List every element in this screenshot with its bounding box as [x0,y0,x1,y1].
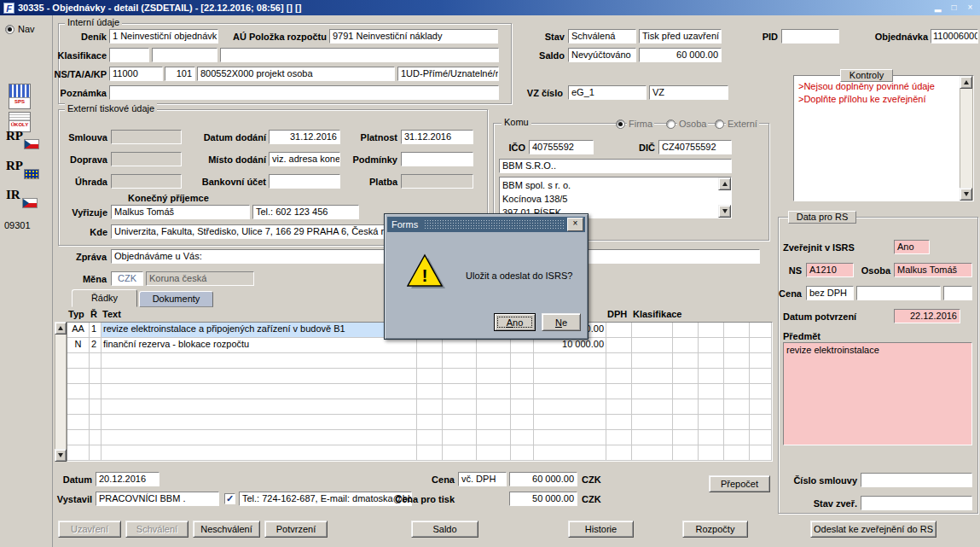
rs-cena-mode-field[interactable]: bez DPH [806,286,854,300]
platba-field[interactable] [401,174,473,189]
table-cell [750,323,772,338]
vz-field-2[interactable]: VZ [649,85,728,100]
poznamka-field[interactable] [109,85,499,100]
ir-cz-icon[interactable]: IR [6,188,43,212]
stav-field[interactable]: Schválená [568,29,636,44]
ns-field-2[interactable]: 101 [165,67,195,81]
stav-zver-field[interactable] [861,496,972,510]
window-titlebar[interactable]: F 30335 - Objednávky - detail (ZSDETAIL)… [0,0,980,15]
firma-radio[interactable] [616,119,625,129]
klasifikace-field-3[interactable] [220,48,499,62]
uhrada-field[interactable] [111,174,182,189]
dialog-titlebar[interactable]: Forms × [387,217,585,232]
rp-eu-icon[interactable]: RP [6,159,43,183]
saldo-status-field[interactable]: Nevyúčtováno [568,48,636,62]
externi-radio[interactable] [715,119,724,129]
pid-field[interactable] [781,29,839,44]
column-header: Text [101,307,416,322]
saldo-button[interactable]: Saldo [411,521,478,538]
potvrzeni-button[interactable]: Potvrzení [264,521,328,538]
table-row[interactable] [67,353,772,369]
dic-field[interactable]: CZ40755592 [658,140,732,154]
table-row[interactable] [67,415,772,430]
komu-name-field[interactable]: BBM S.R.O.. [499,159,732,173]
datum-potvrzeni-field[interactable]: 22.12.2016 [894,309,960,323]
uzavreni-button[interactable]: Uzavření [58,521,121,538]
osoba-radio[interactable] [666,119,676,129]
rs-ns-field[interactable]: A1210 [806,263,854,277]
dialog-ano-button[interactable]: Ano [494,313,536,331]
au-field[interactable]: 9791 Neinvestiční náklady [329,29,498,44]
tab-dokumenty[interactable]: Dokumenty [139,291,213,307]
bankovni-ucet-field[interactable] [269,174,340,189]
vystavil-field[interactable]: PRACOVNÍCI BBM . [96,492,219,506]
misto-dodani-field[interactable]: viz. adresa kone [269,152,340,166]
dialog-close-icon[interactable]: × [567,218,583,231]
scroll-up-icon[interactable] [718,177,731,190]
table-row[interactable] [67,445,772,461]
objednavka-field[interactable]: 1100060003 [931,29,978,44]
platnost-field[interactable]: 31.12.2016 [401,130,473,144]
table-row[interactable] [67,384,772,399]
doprava-field[interactable] [111,152,182,166]
vyrizuje-field[interactable]: Malkus Tomáš [111,205,250,219]
scroll-down-icon[interactable] [718,205,731,218]
rp-cz-icon[interactable]: RP [6,129,43,153]
table-row[interactable] [67,399,772,415]
table-row[interactable] [67,369,772,384]
scroll-down-icon[interactable] [960,188,972,201]
vyrizuje-tel-field[interactable]: Tel.: 602 123 456 [252,205,359,219]
contact-checkbox[interactable]: ✓ [224,493,235,504]
schvaleni-button[interactable]: Schválení [125,521,188,538]
denik-label: Deník [60,32,107,42]
neschvaleni-button[interactable]: Neschválení [193,521,260,538]
klasifikace-field-1[interactable] [109,48,149,62]
cena-value-field[interactable]: 60 000.00 [509,472,577,486]
close-icon[interactable]: × [964,3,977,14]
rs-osoba-field[interactable]: Malkus Tomáš [894,263,972,277]
predmet-field[interactable]: revize elektroinstalace [783,342,972,445]
ns-field-4[interactable]: 1UD-Přímé/Uznatelné/r [397,67,499,81]
tisk-stav-field[interactable]: Tisk před uzavření [639,29,722,44]
vz-cislo-field[interactable]: eG_1 [568,85,647,100]
cena-mode-field[interactable]: vč. DPH [458,472,507,486]
minimize-icon[interactable]: ▂ [931,3,944,14]
table-row[interactable]: N2finanční rezerva - blokace rozpočtu10 … [67,338,772,353]
datum-dodani-field[interactable]: 31.12.2016 [269,130,340,144]
prepocet-button[interactable]: Přepočet [709,475,770,492]
cena-tisk-field[interactable]: 50 000.00 [509,492,577,506]
line-table[interactable]: AA1revize elektroinstalace a připojených… [67,322,773,462]
table-cell [477,369,511,384]
dialog-ne-button[interactable]: Ne [542,313,581,331]
cislo-smlouvy-field[interactable] [861,473,972,487]
ns-field-1[interactable]: 11000 [109,67,163,81]
ns-field-3[interactable]: 800552X000 projekt osoba [197,67,395,81]
nav-radio[interactable] [5,25,14,34]
mena-code-field[interactable]: CZK [111,271,143,286]
saldo-amount-field[interactable]: 60 000.00 [639,48,722,62]
podminky-field[interactable] [401,152,473,166]
komu-address-field[interactable]: BBM spol. s r. o. Kocínova 138/5 397 01 … [499,177,732,218]
datum-field[interactable]: 20.12.2016 [96,472,159,486]
zverejnit-field[interactable]: Ano [894,240,930,254]
scroll-up-icon[interactable] [960,76,972,89]
table-row[interactable] [67,430,772,445]
sps-icon[interactable]: SPS [9,84,31,109]
denik-field[interactable]: 1 Neinvestiční objednávk [109,29,218,44]
scroll-up-icon[interactable] [55,322,67,335]
table-cell [673,369,699,384]
smlouva-field[interactable] [111,130,182,144]
rs-cena-field-3[interactable] [943,286,972,300]
record-scrollbar[interactable] [55,322,67,462]
restore-icon[interactable]: □ [948,3,960,14]
klasifikace-field-2[interactable] [152,48,217,62]
stav-zver-label: Stav zveř. [795,498,857,509]
tab-radky[interactable]: Řádky [72,289,137,307]
scroll-down-icon[interactable] [55,449,67,462]
historie-button[interactable]: Historie [568,521,634,538]
kontroly-scrollbar[interactable] [960,76,973,201]
rozpocty-button[interactable]: Rozpočty [682,521,748,538]
ico-field[interactable]: 40755592 [529,140,594,154]
rs-cena-field-2[interactable] [856,286,941,300]
odeslat-ke-zverejneni-button[interactable]: Odeslat ke zveřejnění do RS [810,521,937,538]
